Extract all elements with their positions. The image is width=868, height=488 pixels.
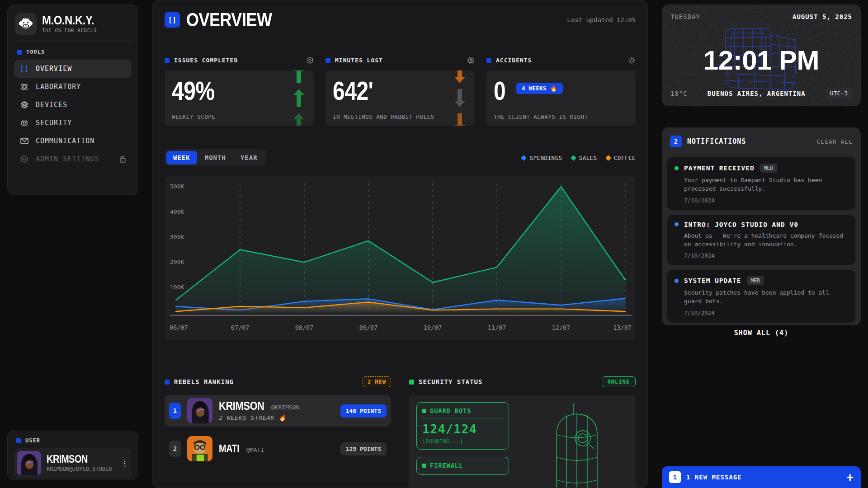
- svg-text:11/07: 11/07: [488, 324, 506, 331]
- firewall-box: FIREWALL: [416, 457, 509, 475]
- svg-text:09/07: 09/07: [359, 324, 378, 331]
- svg-text:400K: 400K: [170, 208, 184, 215]
- tab-year[interactable]: YEAR: [234, 151, 264, 164]
- logo-row: M.O.N.K.Y. THE OS FOR REBELS: [14, 11, 132, 42]
- green-marker-icon: [422, 409, 426, 413]
- gear-icon: [19, 155, 29, 163]
- new-message-bar[interactable]: 1 1 NEW MESSAGE +: [662, 466, 861, 488]
- sidebar-item-laboratory[interactable]: LABORATORY: [14, 78, 132, 96]
- trend-down-arrows-icon: [449, 70, 470, 126]
- svg-text:07/07: 07/07: [231, 324, 250, 331]
- page-title-icon: []: [165, 12, 180, 28]
- cog-settings-icon[interactable]: [628, 56, 636, 64]
- sidebar-item-overview[interactable]: [] OVERVIEW: [14, 60, 132, 78]
- legend-coffee[interactable]: COFFEE: [606, 155, 636, 161]
- message-count-badge: 1: [669, 471, 681, 483]
- section-marker-icon: [486, 58, 491, 63]
- svg-text:12/07: 12/07: [552, 324, 571, 331]
- message-text: 1 NEW MESSAGE: [686, 474, 742, 481]
- chip-icon: [19, 101, 29, 109]
- notification-intro[interactable]: INTRO: JOYCO STUDIO AND V0 About us - We…: [667, 215, 855, 266]
- svg-text:500K: 500K: [170, 183, 184, 190]
- clock-location: BUENOS AIRES, ARGENTINA: [708, 90, 806, 97]
- sidebar-item-devices[interactable]: DEVICES: [14, 96, 132, 114]
- notification-system-update[interactable]: SYSTEM UPDATE MED Security patches have …: [667, 270, 855, 323]
- clock-day: TUESDAY: [670, 13, 700, 20]
- clear-all-button[interactable]: CLEAR ALL: [817, 138, 853, 145]
- range-tab-group: WEEK MONTH YEAR: [165, 149, 266, 166]
- status-dot-icon: [675, 166, 679, 170]
- notifications-panel: 2 NOTIFICATIONS CLEAR ALL PAYMENT RECEIV…: [662, 127, 861, 325]
- clock-time: 12:01 PM: [662, 45, 860, 76]
- last-updated: Last updated 12:05: [567, 16, 636, 23]
- security-tile: GUARD BOTS 124/124 [RUNNING...] FIREWALL: [409, 395, 636, 488]
- envelope-icon: [19, 137, 29, 145]
- sidebar: M.O.N.K.Y. THE OS FOR REBELS TOOLS [] OV…: [7, 5, 138, 195]
- page-header: [] OVERVIEW Last updated 12:05: [165, 0, 636, 39]
- app-subtitle: THE OS FOR REBELS: [42, 28, 97, 33]
- guard-bots-box: GUARD BOTS 124/124 [RUNNING...]: [416, 402, 509, 450]
- svg-text:13/07: 13/07: [613, 324, 632, 331]
- plus-icon[interactable]: +: [846, 473, 854, 482]
- robot-icon: [19, 119, 29, 127]
- section-marker-icon: [165, 58, 170, 63]
- tab-month[interactable]: MONTH: [198, 151, 233, 164]
- user-card: USER KRIMSON KRIMSON@JOYCO.STUDIO ⋮: [7, 431, 138, 480]
- security-status-panel: SECURITY STATUS ONLINE GUARD BOTS 124/12…: [409, 375, 636, 488]
- svg-text:100K: 100K: [170, 284, 184, 291]
- atom-icon: [19, 83, 29, 91]
- page-title: OVERVIEW: [186, 9, 272, 31]
- user-email: KRIMSON@JOYCO.STUDIO: [47, 466, 112, 472]
- rebels-ranking-panel: REBELS RANKING 2 NEW 1 KRIMSON: [165, 375, 391, 488]
- show-all-button[interactable]: SHOW ALL (4): [667, 323, 855, 339]
- stat-card-issues: ISSUES COMPLETED 49% WEEKLY SCOPE: [165, 56, 314, 126]
- legend-sales[interactable]: SALES: [571, 155, 597, 161]
- kebab-menu-icon[interactable]: ⋮: [118, 457, 132, 469]
- user-section-label: USER: [16, 437, 130, 444]
- tab-week[interactable]: WEEK: [166, 151, 197, 164]
- diamond-icon: [605, 155, 611, 161]
- monkey-logo-icon: [15, 13, 37, 35]
- section-marker-icon: [16, 438, 21, 443]
- brackets-icon: []: [19, 65, 29, 73]
- ranking-row-1[interactable]: 1 KRIMSON @KRIMSON 2 WEEKS STREAK 🔥: [165, 395, 391, 427]
- svg-text:300K: 300K: [170, 234, 184, 240]
- sidebar-item-communication[interactable]: COMMUNICATION: [14, 132, 132, 150]
- utc-badge: UTC-3: [826, 88, 852, 99]
- trend-up-arrows-icon: [288, 70, 309, 126]
- section-marker-icon: [165, 380, 170, 385]
- priority-badge: MED: [747, 276, 764, 285]
- priority-badge: MED: [760, 164, 778, 173]
- stat-tile: 642' IN MEETINGS AND RABBIT HOLES: [326, 70, 475, 126]
- svg-text:08/07: 08/07: [295, 324, 314, 331]
- legend-spendings[interactable]: SPENDINGS: [522, 155, 562, 161]
- user-row[interactable]: KRIMSON KRIMSON@JOYCO.STUDIO ⋮: [14, 448, 132, 478]
- diamond-icon: [571, 155, 576, 161]
- tools-section-label: TOOLS: [17, 49, 129, 55]
- stat-card-accidents: ACCIDENTS 0 4 WEEKS 🔥 THE CLIENT ALWAYS …: [486, 56, 636, 126]
- notifications-title: NOTIFICATIONS: [687, 137, 746, 145]
- status-dot-icon: [675, 222, 679, 226]
- online-badge: ONLINE: [602, 376, 636, 387]
- avatar: [187, 436, 212, 461]
- stat-tile: 0 4 WEEKS 🔥 THE CLIENT ALWAYS IS RIGHT: [486, 70, 636, 126]
- main-content: [] OVERVIEW Last updated 12:05 ISSUES CO…: [152, 0, 648, 488]
- hex-settings-icon[interactable]: [306, 56, 314, 64]
- guard-bot-wireframe: [543, 403, 611, 488]
- sidebar-item-security[interactable]: SECURITY: [14, 114, 132, 132]
- sidebar-item-admin-settings[interactable]: ADMIN SETTINGS: [14, 150, 132, 168]
- clock-widget: TUESDAY AUGUST 5, 2025 12:01 PM 18°C BUE…: [662, 5, 861, 106]
- chart-legend: SPENDINGS SALES COFFEE: [522, 155, 636, 161]
- avatar: [17, 451, 41, 475]
- new-badge: 2 NEW: [363, 376, 391, 387]
- area-chart: 100K200K300K400K500K06/0707/0708/0709/07…: [165, 176, 636, 340]
- chip-settings-icon[interactable]: [467, 56, 475, 64]
- diamond-icon: [521, 155, 527, 161]
- notification-payment[interactable]: PAYMENT RECEIVED MED Your payment to Ram…: [667, 157, 855, 210]
- avatar: [187, 398, 212, 423]
- ranking-row-2[interactable]: 2 MATI @MATI 129 P: [165, 433, 391, 465]
- clock-date: AUGUST 5, 2025: [793, 13, 852, 20]
- lock-icon: [119, 155, 126, 163]
- stat-card-minutes: MINUTES LOST 642' IN MEETINGS AND RABBIT…: [326, 56, 475, 126]
- user-name: KRIMSON: [47, 453, 88, 465]
